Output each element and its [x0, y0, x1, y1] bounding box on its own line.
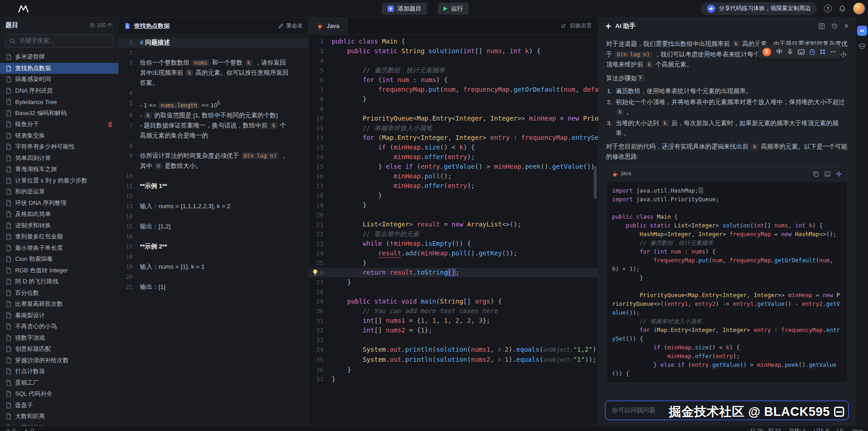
code-line[interactable]: 27 }: [309, 277, 598, 287]
code-line[interactable]: 6 for (int num : nums) {: [309, 75, 598, 85]
description-line[interactable]: 5- 1 <= nums.length <= 105: [119, 98, 308, 111]
sidebar-item[interactable]: 打点计数器: [0, 366, 118, 377]
sidebar-item[interactable]: 计算位置 x 到 y 的最少步数: [0, 175, 118, 187]
sidebar-item[interactable]: 青海湖租车之旅: [0, 164, 118, 175]
course-icon[interactable]: [858, 43, 866, 50]
switch-language-button[interactable]: 切换语言: [560, 22, 592, 30]
ai-assistant-launcher-icon[interactable]: AI: [857, 26, 867, 36]
sidebar-item[interactable]: 病毒感染时间: [0, 74, 118, 85]
marscode-logo[interactable]: [17, 4, 29, 13]
errors-count[interactable]: 0: [6, 426, 15, 431]
problem-description[interactable]: 1# 问题描述23给你一个整数数组 nums 和一个整数 k ，请你返回其中出现…: [119, 35, 308, 425]
ai-input[interactable]: 你可以问我问题: [605, 401, 849, 420]
mic-icon[interactable]: [787, 49, 793, 55]
description-line[interactable]: 14: [119, 211, 308, 221]
sidebar-item[interactable]: 和的逆运算: [0, 186, 118, 198]
code-line[interactable]: 12 for (Map.Entry<Integer, Integer> entr…: [309, 133, 598, 143]
sidebar-item[interactable]: 创意标题匹配: [0, 343, 118, 355]
description-line[interactable]: 11**示例 1**: [119, 181, 308, 191]
run-button[interactable]: 运行: [438, 3, 469, 15]
description-line[interactable]: 21输出：[1]: [119, 282, 308, 292]
code-line[interactable]: 28: [309, 287, 598, 297]
history-icon[interactable]: [831, 23, 838, 29]
status-item[interactable]: LF: [837, 426, 843, 431]
feedback-icon[interactable]: [818, 23, 825, 29]
code-line[interactable]: 37}: [309, 375, 598, 384]
sidebar-item[interactable]: 阿 D 的飞行路线: [0, 276, 118, 287]
sidebar-item[interactable]: 拿到最多红包金额: [0, 231, 118, 243]
code-line[interactable]: 3 public static String solution(int[] nu…: [309, 46, 598, 56]
sidebar-item[interactable]: 进制求和转换: [0, 220, 118, 232]
code-line[interactable]: 31 int[] nums1 = {1, 1, 1, 2, 2, 3};: [309, 316, 598, 326]
sidebar-item[interactable]: Cion 勒索病毒: [0, 254, 118, 265]
description-line[interactable]: 7- 题目数据保证答案唯一，换句话说，数组中前 k 个高频元素的集合是唯一的: [119, 121, 308, 141]
more-icon[interactable]: [830, 51, 836, 53]
code-line[interactable]: 22 // 取出堆中的元素: [309, 229, 598, 239]
sidebar-item[interactable]: SQL 代码补全: [0, 388, 118, 400]
sidebar-item[interactable]: 查找热点数据: [0, 63, 118, 74]
code-line[interactable]: 13 if (minHeap.size() < k) {: [309, 143, 598, 152]
code-line[interactable]: 4: [309, 56, 598, 66]
sidebar-item[interactable]: Bytedance Tree: [0, 96, 118, 108]
code-line[interactable]: 25 }: [309, 258, 598, 268]
code-line[interactable]: 9: [309, 104, 598, 114]
description-line[interactable]: 4: [119, 88, 308, 98]
description-line[interactable]: 1# 问题描述: [119, 38, 308, 48]
sidebar-item[interactable]: 及格如此简单: [0, 209, 118, 220]
copy-icon[interactable]: [813, 171, 819, 177]
description-line[interactable]: 10: [119, 171, 308, 181]
sidebar-item[interactable]: 简单四则计算: [0, 153, 118, 164]
description-line[interactable]: 12: [119, 191, 308, 201]
code-line[interactable]: 16 minHeap.poll();: [309, 171, 598, 181]
code-line[interactable]: 36 }: [309, 365, 598, 375]
sidebar-item[interactable]: 最小替换子串长度: [0, 243, 118, 254]
code-line[interactable]: 2public class Main {: [309, 37, 598, 46]
description-line[interactable]: 6- k 的取值范围是 [1, 数组中不相同的元素的个数]: [119, 111, 308, 121]
sidebar-item[interactable]: 不再贪心的小鸟: [0, 321, 118, 332]
tab-java[interactable]: Java: [309, 17, 348, 34]
help-icon[interactable]: ?: [824, 5, 832, 12]
sidebar-item[interactable]: 猫鱼分干: [0, 119, 118, 130]
sidebar-item[interactable]: 比赛最高获胜次数: [0, 298, 118, 310]
sidebar-item[interactable]: 暴南梨设计: [0, 310, 118, 321]
sidebar-item[interactable]: RGB 色值转 Integer: [0, 265, 118, 276]
code-line[interactable]: 26 return result.toString();: [309, 268, 598, 277]
rename-button[interactable]: 重命名: [278, 22, 303, 30]
search-input[interactable]: 关键字搜索...: [5, 34, 114, 48]
add-problem-button[interactable]: 添加题目: [382, 3, 427, 15]
sidebar-item[interactable]: 多米诺骨牌: [0, 51, 118, 63]
description-line[interactable]: 3给你一个整数数组 nums 和一个整数 k ，请你返回其中出现频率前 k 高的…: [119, 58, 308, 88]
apps-grid-icon[interactable]: [820, 49, 825, 55]
insert-code-icon[interactable]: [824, 171, 830, 177]
code-line[interactable]: 8 }: [309, 94, 598, 104]
description-line[interactable]: 18: [119, 252, 308, 262]
description-line[interactable]: 17**示例 2**: [119, 242, 308, 252]
delete-icon[interactable]: [107, 122, 113, 127]
ime-toolbar[interactable]: S 中: [758, 45, 840, 59]
sogou-input-icon[interactable]: S: [762, 48, 771, 56]
description-line[interactable]: 2: [119, 48, 308, 58]
ime-language-toggle[interactable]: 中: [776, 48, 782, 56]
sidebar-item[interactable]: Base32 编码和解码: [0, 108, 118, 119]
code-line[interactable]: 5 // 遍历数组，统计元素频率: [309, 66, 598, 75]
sidebar-item[interactable]: 一刀树林街: [0, 422, 118, 426]
status-item[interactable]: UTF-8: [814, 426, 829, 431]
sidebar-item[interactable]: 环状 DNA 序列整理: [0, 198, 118, 209]
code-line[interactable]: 23 while (!minHeap.isEmpty()) {: [309, 239, 598, 249]
user-avatar[interactable]: [853, 2, 865, 15]
sidebar-item[interactable]: 猜数字游戏: [0, 332, 118, 344]
status-item[interactable]: Java: [851, 426, 862, 431]
code-editor[interactable]: 2public class Main {3 public static Stri…: [309, 35, 598, 425]
code-line[interactable]: 29 public static void main(String[] args…: [309, 297, 598, 306]
keyboard-icon[interactable]: [798, 49, 805, 55]
code-line[interactable]: 34 System.out.println(solution(nums1, k:…: [309, 345, 598, 355]
code-line[interactable]: 24 result.add(minHeap.poll().getKey());: [309, 249, 598, 258]
code-line[interactable]: 30 // You can add more test cases here: [309, 306, 598, 316]
code-line[interactable]: 10 PriorityQueue<Map.Entry<Integer, Inte…: [309, 114, 598, 123]
code-line[interactable]: 33: [309, 335, 598, 345]
code-line[interactable]: 7 frequencyMap.put(num, frequencyMap.get…: [309, 85, 598, 94]
code-line[interactable]: 14 minHeap.offer(entry);: [309, 152, 598, 162]
sidebar-item[interactable]: 链表集交换: [0, 130, 118, 142]
sidebar-item[interactable]: 穿越沙漠的补给次数: [0, 355, 118, 366]
lightbulb-icon[interactable]: [312, 269, 318, 276]
